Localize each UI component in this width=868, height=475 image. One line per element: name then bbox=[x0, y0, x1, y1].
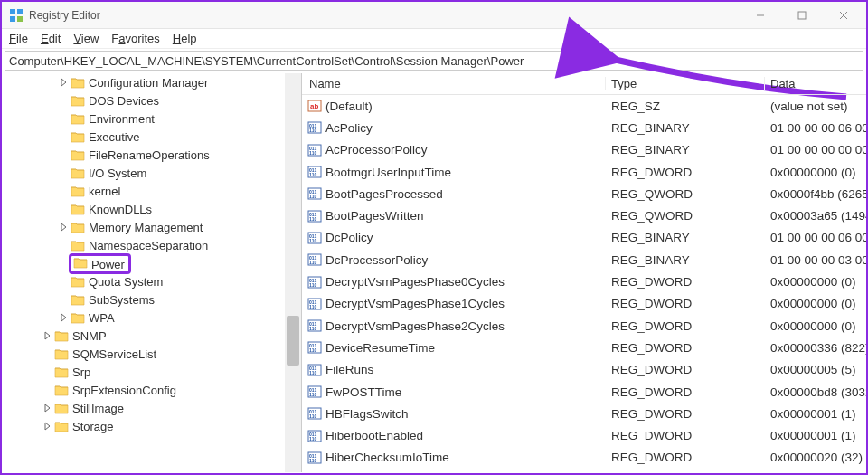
column-type[interactable]: Type bbox=[606, 77, 765, 90]
binary-value-icon: 011110 bbox=[307, 429, 322, 443]
value-type: REG_QWORD bbox=[606, 187, 765, 201]
value-name: DecryptVsmPagesPhase0Cycles bbox=[326, 275, 505, 289]
tree-item[interactable]: kernel bbox=[2, 182, 301, 200]
menu-help[interactable]: Help bbox=[173, 32, 197, 45]
expand-icon[interactable] bbox=[58, 313, 71, 322]
folder-icon bbox=[71, 148, 85, 161]
value-type: REG_DWORD bbox=[606, 275, 765, 289]
tree-item-label: SQMServiceList bbox=[72, 347, 156, 361]
svg-text:110: 110 bbox=[309, 392, 317, 397]
expand-icon[interactable] bbox=[58, 78, 71, 87]
tree-scroll-thumb[interactable] bbox=[287, 316, 299, 366]
tree-item-label: Configuration Manager bbox=[89, 76, 208, 90]
value-data: 01 00 00 00 03 00 0 bbox=[765, 253, 866, 267]
value-row[interactable]: 011110BootPagesProcessedREG_QWORD0x0000f… bbox=[302, 183, 866, 204]
svg-text:110: 110 bbox=[309, 260, 317, 265]
value-row[interactable]: 011110DecryptVsmPagesPhase1CyclesREG_DWO… bbox=[302, 293, 866, 315]
value-type: REG_DWORD bbox=[606, 385, 765, 399]
column-data[interactable]: Data bbox=[765, 77, 866, 90]
expand-icon[interactable] bbox=[58, 223, 71, 232]
folder-icon bbox=[71, 76, 85, 89]
value-row[interactable]: 011110HiberChecksumIoTimeREG_DWORD0x0000… bbox=[302, 447, 866, 469]
address-bar[interactable]: Computer\HKEY_LOCAL_MACHINE\SYSTEM\Curre… bbox=[5, 51, 863, 71]
tree-item-label: WPA bbox=[89, 311, 115, 325]
binary-value-icon: 011110 bbox=[307, 451, 322, 465]
value-name: DcPolicy bbox=[326, 231, 373, 244]
window-title: Registry Editor bbox=[29, 9, 740, 22]
value-row[interactable]: 011110AcProcessorPolicyREG_BINARY01 00 0… bbox=[302, 139, 866, 161]
folder-icon bbox=[71, 166, 85, 179]
tree-item[interactable]: NamespaceSeparation bbox=[2, 236, 301, 254]
values-header: Name Type Data bbox=[302, 73, 866, 95]
tree-item[interactable]: Quota System bbox=[2, 272, 301, 290]
value-row[interactable]: 011110DeviceResumeTimeREG_DWORD0x0000033… bbox=[302, 337, 866, 358]
value-row[interactable]: 011110BootPagesWrittenREG_QWORD0x00003a6… bbox=[302, 204, 866, 226]
svg-text:110: 110 bbox=[309, 216, 317, 222]
tree-item[interactable]: FileRenameOperations bbox=[2, 146, 301, 164]
value-row[interactable]: ab(Default)REG_SZ(value not set) bbox=[302, 95, 866, 117]
value-type: REG_DWORD bbox=[606, 429, 765, 442]
tree-item[interactable]: Srp bbox=[2, 363, 301, 381]
value-row[interactable]: 011110DecryptVsmPagesPhase0CyclesREG_DWO… bbox=[302, 271, 866, 292]
value-type: REG_DWORD bbox=[606, 297, 765, 310]
value-type: REG_BINARY bbox=[606, 121, 765, 135]
value-row[interactable]: 011110FileRunsREG_DWORD0x00000005 (5) bbox=[302, 359, 866, 381]
tree-item[interactable]: StillImage bbox=[2, 399, 301, 417]
tree-item-label: FileRenameOperations bbox=[89, 148, 210, 162]
value-type: REG_DWORD bbox=[606, 341, 765, 355]
tree-scrollbar[interactable] bbox=[285, 73, 301, 472]
value-data: 0x00003a65 (14949 bbox=[765, 209, 866, 223]
tree-item[interactable]: SQMServiceList bbox=[2, 345, 301, 363]
value-data: 0x00000001 (1) bbox=[765, 407, 866, 421]
tree-item[interactable]: WPA bbox=[2, 309, 301, 327]
value-row[interactable]: 011110DcPolicyREG_BINARY01 00 00 00 06 0… bbox=[302, 227, 866, 249]
menu-file[interactable]: File bbox=[9, 32, 28, 45]
value-name: FileRuns bbox=[326, 363, 373, 376]
tree-item[interactable]: KnownDLLs bbox=[2, 200, 301, 218]
tree-item[interactable]: Environment bbox=[2, 109, 301, 128]
tree-pane[interactable]: Configuration ManagerDOS DevicesEnvironm… bbox=[2, 73, 302, 472]
value-row[interactable]: 011110DecryptVsmPagesPhase2CyclesREG_DWO… bbox=[302, 315, 866, 337]
value-row[interactable]: 011110HBFlagsSwitchREG_DWORD0x00000001 (… bbox=[302, 403, 866, 424]
column-name[interactable]: Name bbox=[302, 77, 606, 90]
value-row[interactable]: 011110FwPOSTTimeREG_DWORD0x00000bd8 (303… bbox=[302, 381, 866, 403]
tree-item[interactable]: Storage bbox=[2, 417, 301, 435]
expand-icon[interactable] bbox=[42, 331, 54, 340]
close-button[interactable] bbox=[823, 2, 864, 29]
expand-icon[interactable] bbox=[42, 404, 54, 413]
value-name: BootPagesProcessed bbox=[326, 187, 443, 201]
maximize-button[interactable] bbox=[781, 2, 823, 29]
value-name: (Default) bbox=[326, 100, 373, 113]
expand-icon[interactable] bbox=[42, 422, 54, 431]
tree-item[interactable]: SubSystems bbox=[2, 290, 301, 309]
tree-item[interactable]: Power bbox=[2, 254, 301, 272]
tree-item[interactable]: Memory Management bbox=[2, 218, 301, 236]
value-type: REG_DWORD bbox=[606, 166, 765, 179]
svg-text:110: 110 bbox=[309, 238, 317, 243]
svg-rect-3 bbox=[17, 16, 23, 22]
tree-item[interactable]: I/O System bbox=[2, 164, 301, 182]
menu-bar: File Edit View Favorites Help bbox=[2, 29, 866, 49]
folder-icon bbox=[54, 329, 69, 342]
value-name: DcProcessorPolicy bbox=[326, 253, 428, 267]
value-row[interactable]: 011110BootmgrUserInputTimeREG_DWORD0x000… bbox=[302, 161, 866, 183]
value-row[interactable]: 011110HiberbootEnabledREG_DWORD0x0000000… bbox=[302, 424, 866, 446]
value-data: 01 00 00 00 06 00 0 bbox=[765, 121, 866, 135]
tree-item[interactable]: Configuration Manager bbox=[2, 73, 301, 91]
values-pane: Name Type Data ab(Default)REG_SZ(value n… bbox=[302, 73, 866, 472]
tree-item[interactable]: SNMP bbox=[2, 327, 301, 345]
value-data: 0x00000000 (0) bbox=[765, 319, 866, 333]
minimize-button[interactable] bbox=[740, 2, 781, 29]
tree-item[interactable]: Executive bbox=[2, 128, 301, 146]
tree-item[interactable]: SrpExtensionConfig bbox=[2, 381, 301, 399]
menu-view[interactable]: View bbox=[73, 32, 99, 45]
value-row[interactable]: 011110AcPolicyREG_BINARY01 00 00 00 06 0… bbox=[302, 117, 866, 138]
menu-edit[interactable]: Edit bbox=[41, 32, 61, 45]
tree-item[interactable]: DOS Devices bbox=[2, 91, 301, 109]
tree-item-label: SrpExtensionConfig bbox=[72, 384, 176, 397]
value-row[interactable]: 011110DcProcessorPolicyREG_BINARY01 00 0… bbox=[302, 249, 866, 271]
folder-icon bbox=[54, 347, 69, 360]
selected-highlight: Power bbox=[69, 253, 131, 274]
menu-favorites[interactable]: Favorites bbox=[111, 32, 159, 45]
folder-icon bbox=[54, 384, 69, 396]
